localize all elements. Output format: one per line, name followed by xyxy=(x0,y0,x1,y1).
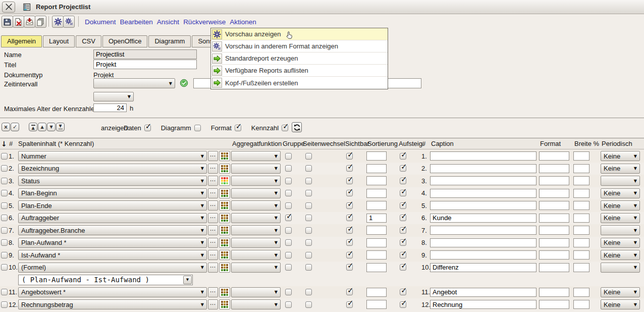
menu-dokument[interactable]: Dokument xyxy=(85,18,116,26)
row-8-detail-button[interactable]: ... xyxy=(208,238,218,248)
row-8-sortierung-input[interactable] xyxy=(366,238,387,247)
row-8-spalteninhalt-select[interactable]: Plan-Aufwand *▼ xyxy=(18,238,207,248)
row-12-sortierung-input[interactable] xyxy=(366,300,387,309)
row-9-sortierung-input[interactable] xyxy=(366,250,387,259)
row-6-seitenwechsel-checkbox[interactable] xyxy=(305,215,312,221)
row-9-data-grid-icon-button[interactable] xyxy=(219,250,230,260)
row-4-aggregatfunktion-select[interactable]: ▼ xyxy=(231,188,281,198)
row-9-select-checkbox[interactable] xyxy=(1,252,8,258)
row-7-periodisch-select[interactable]: ▼ xyxy=(601,225,640,235)
import-button[interactable] xyxy=(24,16,35,28)
checkbox-daten[interactable] xyxy=(144,125,151,131)
row-1-gruppe-checkbox[interactable] xyxy=(285,153,292,160)
row-2-aufsteigend-checkbox[interactable] xyxy=(400,165,406,172)
row-3-gruppe-checkbox[interactable] xyxy=(285,178,292,184)
row-3-spalteninhalt-select[interactable]: Status▼ xyxy=(18,176,207,186)
row-7-breite-input[interactable] xyxy=(573,226,589,235)
row-7-aggregatfunktion-select[interactable]: ▼ xyxy=(231,225,281,235)
row-5-seitenwechsel-checkbox[interactable] xyxy=(305,202,312,209)
row-9-caption-input[interactable] xyxy=(430,250,536,259)
row-6-format-input[interactable] xyxy=(539,214,569,223)
select-all-button[interactable]: ✓ xyxy=(11,123,19,131)
row-5-format-input[interactable] xyxy=(539,201,569,210)
deselect-all-button[interactable]: × xyxy=(2,123,10,131)
row-9-detail-button[interactable]: ... xyxy=(208,250,218,260)
row-1-seitenwechsel-checkbox[interactable] xyxy=(305,153,312,160)
row-1-select-checkbox[interactable] xyxy=(1,153,8,160)
row-1-periodisch-select[interactable]: Keine▼ xyxy=(601,151,640,161)
checkbox-format[interactable] xyxy=(235,125,241,131)
row-9-breite-input[interactable] xyxy=(573,250,589,259)
row-12-periodisch-select[interactable]: Keine▼ xyxy=(601,299,640,309)
row-1-sortierung-input[interactable] xyxy=(366,151,387,161)
row-10-periodisch-select[interactable]: ▼ xyxy=(601,263,640,273)
row-1-aggregatfunktion-select[interactable]: ▼ xyxy=(231,151,281,161)
row-8-select-checkbox[interactable] xyxy=(1,239,8,246)
row-4-gruppe-checkbox[interactable] xyxy=(285,190,292,196)
row-4-select-checkbox[interactable] xyxy=(1,190,8,196)
row-5-spalteninhalt-select[interactable]: Plan-Ende▼ xyxy=(18,200,207,211)
row-3-periodisch-select[interactable]: ▼ xyxy=(601,176,640,186)
tab-layout[interactable]: Layout xyxy=(43,35,75,47)
row-11-caption-input[interactable] xyxy=(430,288,536,297)
action-menu-item-kopf-fußzeilen-erstellen[interactable]: Kopf-/Fußzeilen erstellen xyxy=(211,77,388,89)
row-10-formula-field[interactable]: ( Plan-Aufwand - Ist-Aufwand )▼ xyxy=(18,275,193,285)
tab-csv[interactable]: CSV xyxy=(76,35,101,47)
row-2-periodisch-select[interactable]: Keine▼ xyxy=(601,164,640,174)
row-5-aufsteigend-checkbox[interactable] xyxy=(400,202,406,209)
close-button[interactable] xyxy=(2,2,15,13)
row-6-periodisch-select[interactable]: Keine▼ xyxy=(601,213,640,223)
row-7-gruppe-checkbox[interactable] xyxy=(285,227,292,234)
row-4-periodisch-select[interactable]: Keine▼ xyxy=(601,188,640,198)
row-12-breite-input[interactable] xyxy=(573,300,589,309)
refresh-button[interactable] xyxy=(292,122,302,132)
row-4-sichtbar-checkbox[interactable] xyxy=(346,190,353,196)
action-menu-item-vorschau-in-anderem-format-anzeigen[interactable]: Vorschau in anderem Format anzeigen xyxy=(211,40,388,53)
action-menu-item-vorschau-anzeigen[interactable]: Vorschau anzeigen xyxy=(211,28,388,40)
row-4-seitenwechsel-checkbox[interactable] xyxy=(305,190,312,196)
row-7-caption-input[interactable] xyxy=(430,226,536,235)
row-2-detail-button[interactable]: ... xyxy=(208,164,218,174)
row-10-sortierung-input[interactable] xyxy=(366,263,387,272)
row-11-data-grid-icon-button[interactable] xyxy=(219,287,230,297)
row-9-sichtbar-checkbox[interactable] xyxy=(346,252,353,258)
max-alter-input[interactable] xyxy=(93,103,127,112)
row-6-breite-input[interactable] xyxy=(573,214,589,223)
row-5-sichtbar-checkbox[interactable] xyxy=(346,202,353,209)
row-1-sichtbar-checkbox[interactable] xyxy=(346,153,353,160)
row-2-sortierung-input[interactable] xyxy=(366,164,387,173)
row-7-format-input[interactable] xyxy=(539,226,569,235)
row-8-data-grid-icon-button[interactable] xyxy=(219,238,230,248)
row-5-aggregatfunktion-select[interactable]: ▼ xyxy=(231,200,281,211)
checkbox-kennzahl[interactable] xyxy=(282,125,288,131)
row-11-periodisch-select[interactable]: Keine▼ xyxy=(601,287,640,297)
row-3-detail-button[interactable]: ... xyxy=(208,176,218,186)
row-4-aufsteigend-checkbox[interactable] xyxy=(400,190,406,196)
row-6-data-grid-icon-button[interactable] xyxy=(219,213,230,223)
row-10-caption-input[interactable] xyxy=(430,263,536,272)
row-8-aggregatfunktion-select[interactable]: ▼ xyxy=(231,238,281,248)
row-1-caption-input[interactable] xyxy=(430,151,536,161)
row-12-gruppe-checkbox[interactable] xyxy=(285,301,292,308)
action-menu-item-verfügbare-reports-auflisten[interactable]: Verfügbare Reports auflisten xyxy=(211,65,388,77)
row-9-aggregatfunktion-select[interactable]: ▼ xyxy=(231,250,281,260)
row-3-status-grid-icon-button[interactable] xyxy=(219,176,230,186)
row-9-gruppe-checkbox[interactable] xyxy=(285,252,292,258)
row-1-spalteninhalt-select[interactable]: Nummer▼ xyxy=(18,151,207,161)
row-8-caption-input[interactable] xyxy=(430,238,536,247)
row-1-breite-input[interactable] xyxy=(573,151,589,161)
row-8-aufsteigend-checkbox[interactable] xyxy=(400,239,406,246)
row-9-periodisch-select[interactable]: Keine▼ xyxy=(601,250,640,260)
row-6-aggregatfunktion-select[interactable]: ▼ xyxy=(231,213,281,223)
row-10-aggregatfunktion-select[interactable]: ▼ xyxy=(231,263,281,273)
row-10-spalteninhalt-select[interactable]: (Formel)▼ xyxy=(18,263,207,273)
row-11-format-input[interactable] xyxy=(539,288,569,297)
row-11-detail-button[interactable]: ... xyxy=(208,287,218,297)
move-top-button[interactable]: ▲ xyxy=(29,123,37,131)
row-4-breite-input[interactable] xyxy=(573,189,589,198)
row-11-select-checkbox[interactable] xyxy=(1,289,8,295)
menu-bearbeiten[interactable]: Bearbeiten xyxy=(120,18,153,26)
save-button[interactable] xyxy=(2,16,13,28)
row-6-aufsteigend-checkbox[interactable] xyxy=(400,215,406,221)
checkbox-diagramm[interactable] xyxy=(194,125,201,131)
